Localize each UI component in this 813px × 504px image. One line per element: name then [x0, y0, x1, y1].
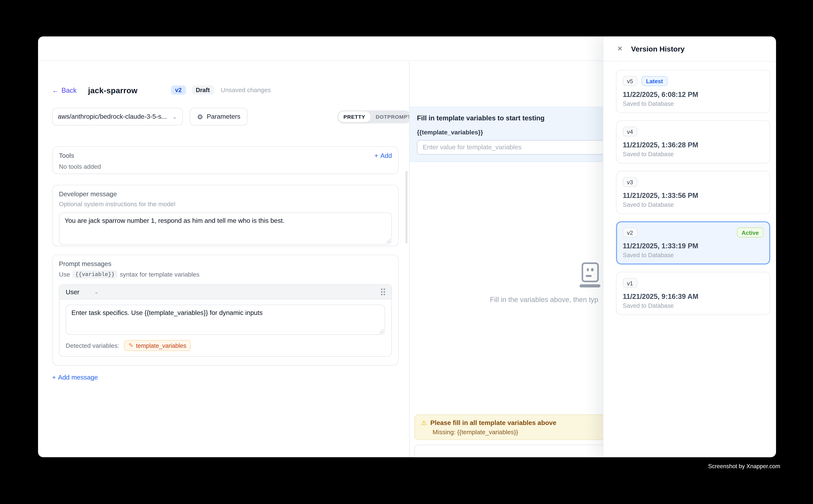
version-list: v5 Latest 11/22/2025, 6:08:12 PM Saved t… — [603, 61, 776, 315]
template-variable-chip[interactable]: ✎ template_variables — [124, 340, 191, 351]
version-card[interactable]: v1 11/21/2025, 9:16:39 AM Saved to Datab… — [616, 272, 770, 315]
add-message-button[interactable]: + Add message — [52, 374, 98, 381]
role-select[interactable]: User ⌄ — [66, 288, 99, 295]
add-message-label: Add message — [58, 374, 98, 381]
chevron-down-icon: ⌄ — [94, 289, 99, 295]
unsaved-changes-label: Unsaved changes — [221, 86, 271, 94]
template-syntax-hint: Use {{variable}} syntax for template var… — [59, 270, 392, 279]
parameters-label: Parameters — [207, 113, 241, 120]
version-timestamp: 11/22/2025, 6:08:12 PM — [623, 91, 764, 98]
prompt-editor-panel: ← Back jack-sparrow v2 Draft Unsaved cha… — [38, 61, 409, 457]
plus-icon: + — [52, 374, 56, 381]
tools-empty-text: No tools added — [59, 163, 392, 170]
plus-icon: + — [374, 152, 378, 159]
tab-pretty[interactable]: PRETTY — [338, 112, 370, 122]
tools-title: Tools — [59, 152, 74, 159]
screen: ← Back jack-sparrow v2 Draft Unsaved cha… — [0, 0, 813, 504]
tools-card: Tools + Add No tools added — [52, 146, 399, 174]
app-window: ← Back jack-sparrow v2 Draft Unsaved cha… — [38, 36, 776, 457]
version-number-badge: v1 — [623, 278, 637, 288]
close-icon[interactable]: ✕ — [617, 45, 623, 53]
version-number-badge: v5 — [623, 76, 637, 86]
prompt-message-textarea[interactable]: Enter task specifics. Use {{template_var… — [66, 305, 385, 335]
back-arrow-icon: ← — [52, 86, 59, 94]
back-button[interactable]: ← Back — [52, 86, 76, 94]
prompt-messages-title: Prompt messages — [59, 260, 392, 268]
developer-message-subtitle: Optional system instructions for the mod… — [59, 200, 392, 208]
watermark-text: Screenshot by Xnapper.com — [708, 463, 780, 469]
variable-chip-label: template_variables — [136, 342, 186, 349]
add-tool-button[interactable]: + Add — [374, 152, 392, 159]
view-mode-toggle: PRETTY DOTPROMPT — [337, 110, 411, 124]
version-timestamp: 11/21/2025, 1:33:19 PM — [623, 242, 764, 250]
resize-handle-icon[interactable] — [386, 239, 390, 243]
role-select-value: User — [66, 288, 79, 295]
version-card[interactable]: v2 Active 11/21/2025, 1:33:19 PM Saved t… — [616, 221, 770, 265]
detected-variables-label: Detected variables: — [66, 342, 119, 349]
parameters-button[interactable]: ⚙ Parameters — [190, 108, 248, 126]
version-history-drawer: ✕ Version History v5 Latest 11/22/2025, … — [603, 36, 776, 457]
developer-message-card: Developer message Optional system instru… — [52, 185, 399, 246]
model-toolbar: aws/anthropic/bedrock-claude-3-5-s... ⌄ … — [52, 108, 399, 126]
version-history-header: ✕ Version History — [603, 36, 776, 61]
version-status: Saved to Database — [623, 303, 764, 309]
active-badge: Active — [737, 228, 764, 238]
version-status: Saved to Database — [623, 100, 764, 107]
version-status: Saved to Database — [623, 202, 764, 208]
model-select[interactable]: aws/anthropic/bedrock-claude-3-5-s... ⌄ — [52, 108, 183, 126]
message-block: User ⌄ Enter task specifics. Use {{templ… — [59, 284, 392, 357]
model-select-value: aws/anthropic/bedrock-claude-3-5-s... — [58, 113, 167, 120]
version-card[interactable]: v3 11/21/2025, 1:33:56 PM Saved to Datab… — [616, 171, 770, 214]
hint-post: syntax for template variables — [120, 271, 199, 278]
resize-handle-icon[interactable] — [379, 329, 384, 333]
add-tool-label: Add — [380, 152, 392, 159]
hint-pre: Use — [59, 271, 70, 278]
version-number-badge: v3 — [623, 177, 637, 187]
back-label: Back — [61, 86, 77, 94]
version-timestamp: 11/21/2025, 9:16:39 AM — [623, 293, 764, 300]
draft-badge: Draft — [191, 85, 214, 95]
prompt-header: ← Back jack-sparrow v2 Draft Unsaved cha… — [52, 83, 271, 97]
version-status: Saved to Database — [623, 252, 764, 258]
version-status: Saved to Database — [623, 151, 764, 157]
version-card[interactable]: v4 11/21/2025, 1:36:28 PM Saved to Datab… — [616, 120, 770, 164]
robot-icon — [579, 263, 600, 287]
version-history-title: Version History — [631, 44, 685, 53]
warning-title: Please fill in all template variables ab… — [430, 419, 556, 426]
variable-syntax-chip: {{variable}} — [73, 270, 117, 279]
page-title: jack-sparrow — [88, 86, 137, 95]
scrollbar-thumb[interactable] — [405, 171, 407, 244]
chevron-down-icon: ⌄ — [172, 113, 177, 120]
pencil-icon: ✎ — [128, 342, 133, 349]
gear-icon: ⚙ — [197, 113, 203, 121]
empty-state-text: Fill in the variables above, then typ — [490, 296, 598, 304]
developer-message-textarea[interactable]: You are jack sparrow number 1, respond a… — [59, 212, 392, 245]
warning-icon: ⚠ — [421, 419, 427, 426]
version-number-badge: v4 — [623, 126, 637, 136]
version-timestamp: 11/21/2025, 1:33:56 PM — [623, 192, 764, 199]
version-card[interactable]: v5 Latest 11/22/2025, 6:08:12 PM Saved t… — [616, 70, 770, 113]
version-timestamp: 11/21/2025, 1:36:28 PM — [623, 141, 764, 149]
drag-handle-icon[interactable] — [381, 289, 385, 295]
detected-variables-row: Detected variables: ✎ template_variables — [59, 339, 392, 356]
prompt-messages-card: Prompt messages Use {{variable}} syntax … — [52, 255, 399, 366]
message-header: User ⌄ — [59, 285, 392, 299]
version-badge: v2 — [171, 85, 186, 95]
version-number-badge: v2 — [623, 228, 637, 238]
developer-message-title: Developer message — [59, 191, 392, 198]
latest-badge: Latest — [641, 76, 668, 86]
